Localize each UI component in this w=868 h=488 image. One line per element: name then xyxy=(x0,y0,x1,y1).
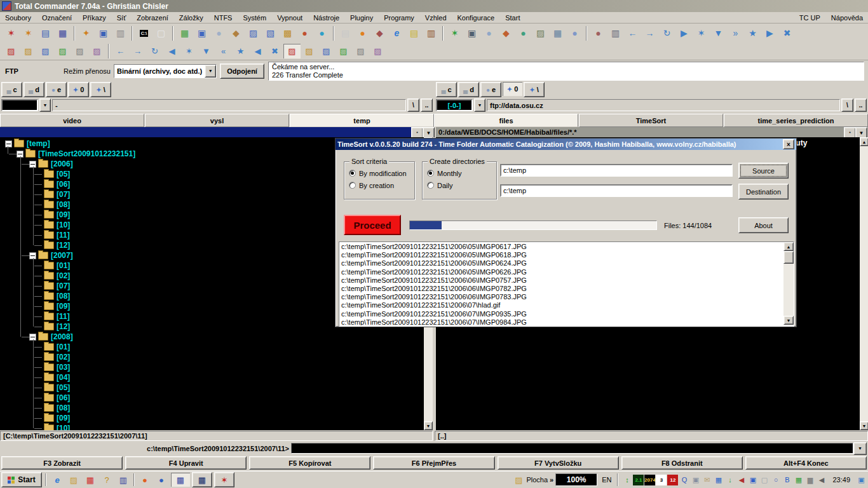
nav-forward-icon[interactable]: → xyxy=(129,44,146,58)
keyboard-icon[interactable]: ▦ xyxy=(549,25,566,41)
nav-end-icon[interactable]: ◀ xyxy=(163,44,180,58)
star-favorite-icon[interactable]: ★ xyxy=(744,25,761,41)
task-app-red-button[interactable]: ✶ xyxy=(214,472,234,487)
cd-disc-icon[interactable]: ● xyxy=(480,25,498,41)
cmd-prompt-icon[interactable]: C:\ xyxy=(135,25,153,41)
folder-photo-icon[interactable]: ▨ xyxy=(88,44,105,58)
bluetooth-icon[interactable]: B xyxy=(782,475,792,485)
file-list-row[interactable]: c:\temp\TimeSort20091012232151\2006\06\I… xyxy=(341,276,783,285)
tree-item-10[interactable]: [10] xyxy=(0,423,135,430)
tree-item-06[interactable]: [06] xyxy=(0,393,135,403)
menu-pluginy[interactable]: Pluginy xyxy=(350,14,373,22)
nav-burst-icon[interactable]: ✶ xyxy=(180,44,198,58)
close-icon[interactable]: × xyxy=(783,139,794,149)
blue-box-icon[interactable]: ▧ xyxy=(262,25,279,41)
drive-d-button-left[interactable]: ▄d xyxy=(24,82,44,97)
signal-strength-icon[interactable]: ▆ xyxy=(804,475,815,485)
task-app-dark-blue-button[interactable]: ▦ xyxy=(192,472,212,487)
panel-header-left[interactable] xyxy=(0,127,411,137)
quicklaunch-help-doc-icon[interactable]: ? xyxy=(99,473,114,487)
globe-web-icon[interactable]: ● xyxy=(313,25,330,41)
tree-item-04[interactable]: [04] xyxy=(0,372,135,383)
scrollbar-track[interactable] xyxy=(860,146,868,421)
fkey-f8-odstranit[interactable]: F8 Odstranit xyxy=(621,456,743,470)
volume-alt-icon[interactable]: ◀ xyxy=(736,475,747,485)
quicktime-icon[interactable]: Q xyxy=(679,475,689,485)
quicklaunch-ie-icon[interactable]: e xyxy=(50,473,65,487)
color-pens-icon[interactable]: ◆ xyxy=(371,25,388,41)
file-list-row[interactable]: c:\temp\TimeSort20091012232151\2006\06\I… xyxy=(341,285,783,293)
menu-napoveda[interactable]: Nápověda xyxy=(831,14,863,22)
drive-0-button-left[interactable]: ✦0 xyxy=(68,82,89,97)
scrollbar-thumb[interactable] xyxy=(783,251,794,264)
collapse-icon[interactable] xyxy=(5,140,12,147)
file-list-row[interactable]: c:\temp\TimeSort20091012232151\2006\07\h… xyxy=(341,301,783,309)
fkey-f6-prejmpres[interactable]: F6 PřejmPřes xyxy=(373,456,494,470)
graph-meter-icon[interactable]: 2074 xyxy=(644,475,655,485)
folder-search-icon[interactable]: ▨ xyxy=(20,44,37,58)
folder-movie-2-icon[interactable]: ▨ xyxy=(283,44,301,58)
nav-filter-icon[interactable]: ▼ xyxy=(198,44,215,58)
task-total-commander-button[interactable]: ▦ xyxy=(171,473,190,487)
fkey-f7-vytvslozku[interactable]: F7 VytvSložku xyxy=(498,456,619,470)
drive-0-button-right[interactable]: ✦0 xyxy=(503,82,522,96)
menu-zalozky[interactable]: Záložky xyxy=(179,14,203,22)
counter-badge-icon[interactable]: 3 xyxy=(656,475,667,485)
media-player-icon[interactable]: ● xyxy=(354,25,371,41)
menu-nastroje[interactable]: Nástroje xyxy=(313,14,339,22)
tree-item-temp[interactable]: [temp] xyxy=(0,139,135,149)
radio-button-icon[interactable] xyxy=(427,182,434,189)
quicklaunch-firefox-icon[interactable]: ● xyxy=(137,473,153,487)
fkey-f4-upravit[interactable]: F4 Upravit xyxy=(125,456,247,470)
tree-item-02[interactable]: [02] xyxy=(0,352,135,362)
menu-vzhled[interactable]: Vzhled xyxy=(425,14,447,22)
wrench-tools-icon[interactable]: ✦ xyxy=(78,25,95,41)
sound-doc-icon[interactable]: ▤ xyxy=(405,25,423,41)
plocha-label[interactable]: Plocha xyxy=(526,476,548,484)
panel-header-right[interactable]: 0:/data/WEB/DOCS/HOME/Habibal/files/*.* xyxy=(436,127,844,137)
command-line-input[interactable] xyxy=(291,443,853,454)
arrow-back-icon[interactable]: ← xyxy=(624,25,641,41)
quicklaunch-my-documents-icon[interactable]: ▨ xyxy=(66,473,81,487)
folder-split-icon[interactable]: ▨ xyxy=(71,44,88,58)
folder-sync-icon[interactable]: ▨ xyxy=(54,44,71,58)
opera-ring-icon[interactable]: ○ xyxy=(770,475,781,485)
radio-button-icon[interactable] xyxy=(349,170,356,177)
language-indicator[interactable]: EN xyxy=(599,476,614,484)
play-run-icon[interactable]: ▶ xyxy=(761,25,778,41)
file-list-row[interactable]: c:\temp\TimeSort20091012232151\2006\05\I… xyxy=(341,251,783,259)
window-frame-icon[interactable]: ▢ xyxy=(153,25,170,41)
trash-can-icon[interactable]: ▥ xyxy=(112,25,129,41)
master-volume-icon[interactable]: ◀ xyxy=(816,475,827,485)
menu-prikazy[interactable]: Příkazy xyxy=(83,14,106,22)
star-burst-icon[interactable]: ✶ xyxy=(693,25,710,41)
calendar-day-icon[interactable]: 12 xyxy=(667,475,678,485)
tab-vysl-left[interactable]: vysl xyxy=(145,114,289,127)
file-list-scrollbar[interactable]: ▲ ▼ xyxy=(783,242,794,325)
file-list-row[interactable]: c:\temp\TimeSort20091012232151\2006\07\I… xyxy=(341,310,783,318)
speaker-volume-icon[interactable]: ● xyxy=(590,25,607,41)
destination-path-input[interactable] xyxy=(500,184,733,197)
mouse-icon[interactable]: ● xyxy=(210,25,227,41)
options-orange-icon[interactable]: ✶ xyxy=(20,25,37,41)
scroll-down-icon[interactable]: ▼ xyxy=(424,421,433,430)
refresh-sync-icon[interactable]: ↻ xyxy=(658,25,675,41)
destination-button[interactable]: Destination xyxy=(738,184,789,200)
tree-item-03[interactable]: [03] xyxy=(0,362,135,372)
folder-sync-2-icon[interactable]: ▨ xyxy=(335,44,352,58)
nav-back-icon[interactable]: ← xyxy=(112,44,129,58)
menu-konfigurace[interactable]: Konfigurace xyxy=(458,14,495,22)
tab-video-left[interactable]: video xyxy=(0,114,144,127)
drive-c-button-left[interactable]: ▄c xyxy=(1,82,22,97)
menu-programy[interactable]: Programy xyxy=(384,14,414,22)
scroll-up-icon[interactable]: ▲ xyxy=(783,242,794,251)
nav-star-icon[interactable]: ★ xyxy=(232,44,249,58)
quicklaunch-windows-logo-icon[interactable]: ▦ xyxy=(83,473,98,487)
scrollbar-track[interactable] xyxy=(783,264,794,316)
radio-by-modification[interactable]: By modification xyxy=(344,167,414,179)
zoom-level-display[interactable]: 100% xyxy=(555,473,597,486)
molecule-icon[interactable]: ✶ xyxy=(446,25,463,41)
tab-temp-left[interactable]: temp xyxy=(290,114,434,127)
folder-icon[interactable]: ▨ xyxy=(513,473,524,487)
show-desktop-icon[interactable]: ▣ xyxy=(856,475,867,485)
